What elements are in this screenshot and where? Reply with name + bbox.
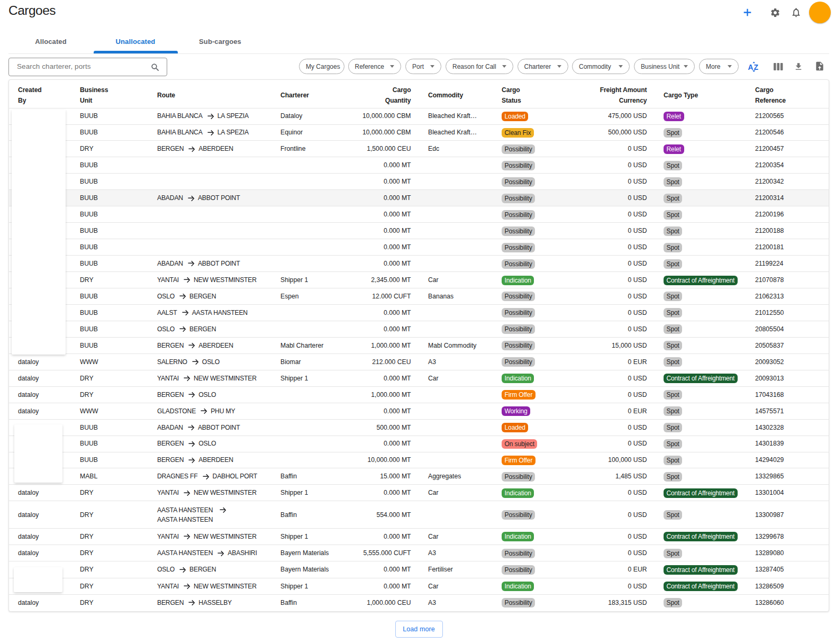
svg-text:Z: Z [754,62,759,71]
svg-text:A: A [748,62,754,71]
